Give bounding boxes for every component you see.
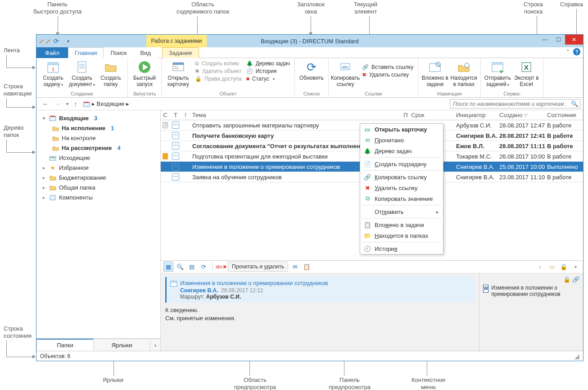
resize-grip-icon[interactable]: ◢ — [574, 353, 579, 360]
task-tree-button[interactable]: 🌲Дерево задач — [244, 60, 292, 67]
history-icon: 🕘 — [364, 245, 371, 252]
ctx-send[interactable]: Отправить▸ — [360, 206, 443, 217]
tree-icon: 🌲 — [364, 147, 371, 154]
col-created[interactable]: Создано ▽ — [499, 112, 547, 118]
help-icon[interactable]: ? — [573, 48, 580, 55]
col-status[interactable]: С — [161, 112, 170, 118]
svg-rect-29 — [171, 281, 177, 283]
nav-forward-icon[interactable]: → — [51, 100, 63, 108]
tree-favorites[interactable]: ▸★Избранное — [36, 163, 160, 172]
breadcrumb[interactable]: ▸Входящие▸ — [83, 100, 130, 108]
create-task-button[interactable]: 1Создать задачу▾ — [39, 59, 67, 90]
pv-lock-icon[interactable]: 🔒 — [559, 262, 569, 272]
pv-search-icon[interactable]: 🔍 — [175, 262, 185, 272]
ctx-subtask[interactable]: 📄Создать подзадачу — [360, 159, 443, 169]
paste-link-button[interactable]: 🔗Вставить ссылку — [360, 63, 415, 71]
pv-refresh-icon[interactable]: ⟳ — [199, 262, 208, 272]
refresh-icon: ⟳ — [304, 60, 319, 74]
create-doc-button[interactable]: Создать документ▾ — [68, 59, 96, 90]
callout-help: Справка — [560, 1, 583, 8]
ctx-task-tree[interactable]: 🌲Дерево задач — [360, 145, 443, 156]
refresh-button[interactable]: ⟳Обновить — [298, 59, 326, 90]
tree-tab-folders[interactable]: Папки — [36, 339, 94, 351]
tree-tab-shortcuts[interactable]: Ярлыки — [93, 339, 150, 351]
create-folder-button[interactable]: Создать папку — [97, 59, 125, 90]
tree-inbox-review[interactable]: На рассмотрение4 — [36, 143, 160, 153]
ctx-copy-link[interactable]: 🔗Копировать ссылку — [360, 172, 443, 182]
pv-view-list-icon[interactable]: ▤ — [187, 262, 197, 272]
tree-inbox-exec[interactable]: На исполнение1 — [36, 123, 160, 133]
nav-history-icon[interactable]: ▾ — [63, 101, 71, 106]
task-icon — [170, 280, 177, 287]
subtask-icon: 📄 — [364, 160, 371, 168]
send-task-button[interactable]: Отправить задачей▾ — [484, 59, 511, 90]
status-icon: ■ — [246, 76, 249, 82]
contextual-tab-header: Работа с заданиями — [146, 35, 207, 47]
tree-inbox-ctrl[interactable]: На контроле — [36, 133, 160, 143]
copy-link-button[interactable]: abcКопировать ссылку — [331, 59, 359, 90]
in-tasks-button[interactable]: 🔍Вложено в задачи — [421, 59, 449, 90]
maximize-button[interactable]: ☐ — [552, 35, 565, 45]
pv-view-cards-icon[interactable]: ▦ — [163, 262, 173, 272]
ctx-delete-link[interactable]: ✖Удалить ссылку — [360, 182, 443, 193]
pv-task-icon[interactable]: 📋 — [302, 262, 312, 272]
nav-up-icon[interactable]: ↑ — [71, 100, 80, 108]
pv-envelope-icon[interactable]: ✉ — [290, 262, 300, 272]
svg-rect-11 — [174, 66, 177, 67]
col-initiator[interactable]: Инициатор — [456, 112, 499, 118]
minimize-button[interactable]: — — [538, 35, 552, 45]
export-excel-button[interactable]: XЭкспорт в Excel — [512, 59, 540, 90]
preview-date: 28.08.2017 12:12 — [221, 287, 263, 294]
open-card-button[interactable]: Открыть карточку — [164, 59, 192, 90]
ctx-copy-value[interactable]: ⧉Копировать значение — [360, 193, 443, 204]
attach-link-icon[interactable]: 🔗 — [572, 276, 579, 283]
ctx-in-tasks[interactable]: 📋Вложено в задачи — [360, 219, 443, 230]
col-state[interactable]: Состояние — [547, 112, 583, 118]
tree-shared[interactable]: ▸Общая папка — [36, 182, 160, 192]
qat-dropdown-icon[interactable]: ▾ — [63, 36, 72, 45]
read-and-delete-button[interactable]: Прочитать и удалить — [228, 262, 288, 272]
preview-author: Снигирев В.А. — [180, 287, 218, 294]
tab-home[interactable]: Главная — [68, 47, 104, 58]
svg-rect-12 — [174, 68, 179, 69]
col-attach[interactable]: П — [400, 112, 411, 118]
tab-search[interactable]: Поиск — [104, 47, 133, 58]
history-button[interactable]: 🕘История — [244, 68, 292, 75]
search-box[interactable]: 🔍 — [450, 99, 580, 109]
col-due[interactable]: Срок — [411, 112, 456, 118]
svg-rect-20 — [492, 63, 503, 65]
pv-more-icon[interactable]: ▾ — [570, 262, 580, 272]
tab-task[interactable]: Задание — [162, 47, 199, 58]
in-folders-button[interactable]: Находится в папках — [450, 59, 478, 90]
col-theme[interactable]: Тема — [190, 112, 400, 118]
svg-text:X: X — [524, 63, 529, 71]
col-type[interactable]: Т — [170, 112, 181, 118]
ctx-in-folders[interactable]: 📁Находится в папках — [360, 230, 443, 241]
ctx-read[interactable]: ✉Прочитано — [360, 135, 443, 145]
search-input[interactable] — [450, 101, 569, 107]
search-icon[interactable]: 🔍 — [569, 100, 580, 107]
attachment-item[interactable]: W Изменения в положении о премировании с… — [483, 285, 579, 297]
pv-abc-icon[interactable]: abc✖ — [216, 262, 226, 272]
pv-expand-icon[interactable]: › — [535, 262, 545, 272]
close-button[interactable]: ✕ — [565, 35, 583, 45]
tree-tab-collapse[interactable]: ‹ — [150, 339, 161, 351]
status-button[interactable]: ■Статус▾ — [244, 75, 292, 82]
tree-components[interactable]: ▸Компоненты — [36, 192, 160, 202]
tree-budget[interactable]: ▸Бюджетирование — [36, 172, 160, 182]
delete-link-button[interactable]: ✖Удалить ссылку — [360, 71, 415, 78]
col-priority[interactable]: ! — [181, 112, 190, 118]
quick-run-button[interactable]: Быстрый запуск — [131, 59, 158, 90]
collapse-ribbon-icon[interactable]: ˄ — [566, 49, 570, 55]
tree-inbox[interactable]: ▾Входящие3 — [36, 113, 160, 123]
pv-color-icon[interactable]: ▭ — [547, 262, 557, 272]
nav-back-icon[interactable]: ← — [39, 100, 51, 108]
tab-view[interactable]: Вид — [133, 47, 158, 58]
tree-outbox[interactable]: Исходящие — [36, 153, 160, 163]
tab-file[interactable]: Файл — [36, 47, 68, 58]
attach-lock-icon[interactable]: 🔒 — [563, 276, 570, 283]
refresh-icon[interactable]: ⟳ — [52, 36, 61, 45]
ctx-open-card[interactable]: ▭Открыть карточку — [360, 124, 443, 135]
preview-header: Изменения в положении о премировании сот… — [165, 277, 475, 303]
ctx-history[interactable]: 🕘История — [360, 243, 443, 254]
